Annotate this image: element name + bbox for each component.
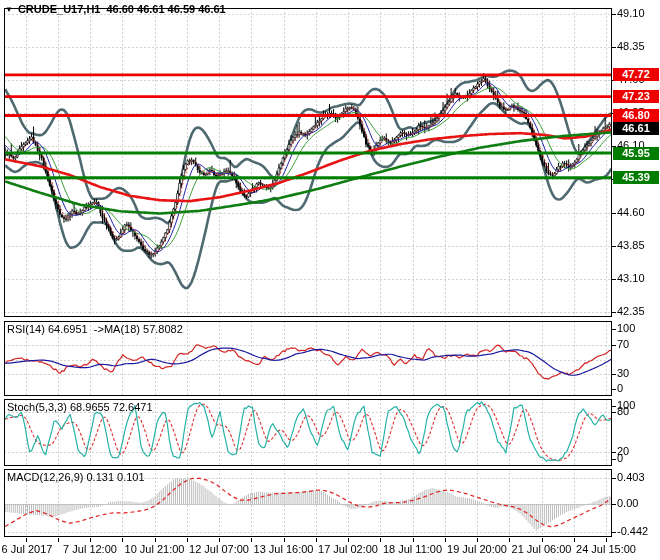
mt4-chart-window: ▼ CRUDE_U17,H1 46.60 46.61 46.59 46.61 R… [0, 0, 660, 560]
rsi-axis-label: 100 [617, 322, 660, 334]
price-axis-label: 48.35 [617, 40, 660, 52]
rsi-axis-label: 70 [617, 338, 660, 350]
symbol-period-label: CRUDE_U17,H1 [18, 3, 101, 15]
stoch-indicator-label: Stoch(5,3,3) 68.9655 72.6471 [7, 401, 153, 413]
rsi-axis-label: 0 [617, 382, 660, 394]
macd-axis-label: -0.442 [617, 525, 660, 537]
price-level-badge: 45.39 [613, 171, 659, 184]
stoch-axis-label: 0 [617, 452, 660, 464]
rsi-indicator-label: RSI(14) 64.6951 ->MA(18) 57.8082 [7, 323, 183, 335]
date-axis-label: 12 Jul 07:00 [189, 543, 249, 555]
date-axis-label: 6 Jul 2017 [2, 543, 53, 555]
date-axis-label: 10 Jul 21:00 [125, 543, 185, 555]
date-axis-label: 18 Jul 11:00 [383, 543, 442, 555]
dropdown-arrow-icon[interactable]: ▼ [5, 5, 13, 14]
price-axis-label: 43.10 [617, 272, 660, 284]
chart-header: ▼ CRUDE_U17,H1 46.60 46.61 46.59 46.61 [5, 2, 226, 16]
price-axis-label: 42.35 [617, 305, 660, 317]
date-axis-label: 24 Jul 15:00 [576, 543, 636, 555]
price-level-badge: 45.95 [613, 147, 659, 160]
ohlc-quote-label: 46.60 46.61 46.59 46.61 [106, 3, 225, 15]
macd-axis-label: 0.403 [617, 471, 660, 483]
date-axis-label: 13 Jul 16:00 [254, 543, 314, 555]
price-level-badge: 47.72 [613, 68, 659, 81]
date-axis-label: 17 Jul 02:00 [318, 543, 378, 555]
price-axis-label: 49.10 [617, 7, 660, 19]
price-level-badge: 47.23 [613, 90, 659, 103]
stoch-axis-label: 80 [617, 405, 660, 417]
price-level-badge: 46.80 [613, 109, 659, 122]
price-axis-label: 43.85 [617, 239, 660, 251]
date-axis-label: 7 Jul 12:00 [63, 543, 117, 555]
date-axis-label: 19 Jul 20:00 [447, 543, 507, 555]
price-axis-label: 44.60 [617, 206, 660, 218]
macd-axis-label: 0.00 [617, 497, 660, 509]
date-axis-label: 21 Jul 06:00 [512, 543, 572, 555]
macd-indicator-label: MACD(12,26,9) 0.131 0.101 [7, 471, 145, 483]
price-level-badge: 46.61 [613, 122, 659, 135]
rsi-axis-label: 30 [617, 367, 660, 379]
